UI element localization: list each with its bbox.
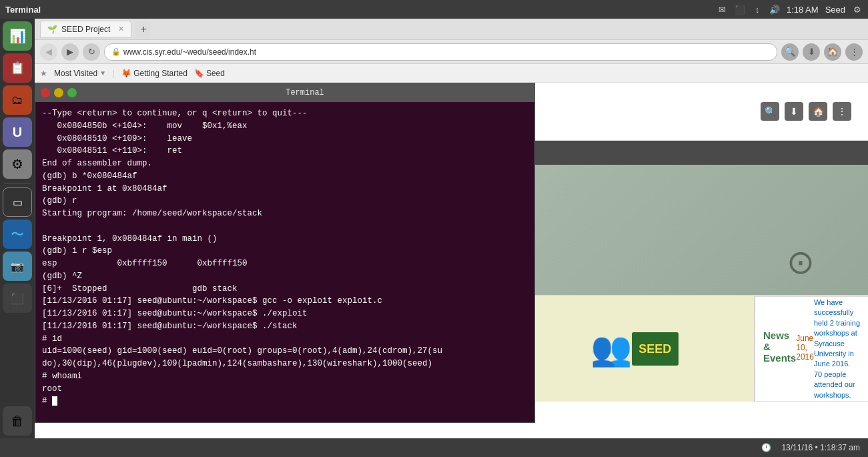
top-taskbar-title: Terminal	[5, 5, 41, 15]
refresh-button[interactable]: ↻	[83, 43, 100, 61]
item3-icon: 🗂	[11, 93, 23, 107]
launcher-terminal[interactable]: ▭	[3, 187, 32, 217]
terminal-line-20: do),30(dip),46(plugdev),109(lpadmin),124…	[42, 358, 528, 370]
settings-icon[interactable]: ⚙	[852, 4, 863, 15]
terminal-line-15: [11/13/2016 01:17] seed@ubuntu:~/workspa…	[42, 295, 528, 308]
launcher-item3[interactable]: 🗂	[3, 85, 32, 115]
launcher-files[interactable]: 📊	[3, 21, 32, 51]
browser-window: 🌱 SEED Project ✕ + ◀ ▶ ↻ 🔒 www.cis.syr.e…	[35, 19, 868, 438]
header-search-icon[interactable]: 🔍	[761, 102, 779, 121]
terminal-line-13: (gdb) ^Z	[42, 270, 528, 283]
terminal-line-3: 0x08048511 <+110>: ret	[42, 145, 528, 157]
bluetooth-icon[interactable]: ↕	[752, 4, 763, 15]
terminal-cursor	[52, 396, 57, 406]
tab-title: SEED Project	[61, 25, 110, 34]
bookmark-getting-started[interactable]: 🦊 Getting Started	[121, 69, 187, 78]
mail-icon[interactable]: ✉	[717, 4, 728, 15]
menu-button[interactable]: ⋮	[845, 43, 863, 61]
terminal-window: Terminal --Type <return> to continue, or…	[35, 83, 535, 423]
launcher-screen[interactable]: ⬛	[3, 284, 32, 313]
back-button[interactable]: ◀	[40, 43, 57, 61]
terminal-line-2: 0x08048510 <+109>: leave	[42, 133, 528, 145]
terminal-line-11: (gdb) i r $esp	[42, 245, 528, 258]
terminal-icon: ▭	[13, 196, 23, 209]
most-visited-icon: ★	[40, 69, 47, 78]
tab-favicon: 🌱	[47, 25, 57, 34]
bottom-taskbar: 🕐 13/11/16 • 1:18:37 am	[0, 438, 868, 457]
terminal-line-1: 0x0804850b <+104>: mov $0x1,%eax	[42, 120, 528, 133]
terminal-line-5: (gdb) b *0x080484af	[42, 170, 528, 183]
terminal-line-23: #	[42, 395, 528, 408]
clock-icon: 🕐	[761, 443, 771, 452]
terminal-titlebar: Terminal	[35, 83, 534, 102]
terminal-line-19: uid=1000(seed) gid=1000(seed) euid=0(roo…	[42, 345, 528, 358]
launcher: 📊 📋 🗂 U ⚙ ▭ 〜 📷 ⬛ 🗑	[0, 19, 35, 438]
page-content: SEE 🔍 ⬇ 🏠 ⋮ Home SEED Labs ⚙ ⚙	[35, 83, 868, 438]
header-right-icons: 🔍 ⬇ 🏠 ⋮	[761, 102, 858, 121]
screenshot-icon: 📷	[11, 260, 24, 273]
terminal-minimize-button[interactable]	[54, 88, 63, 97]
launcher-screenshot[interactable]: 📷	[3, 252, 32, 281]
home-button[interactable]: 🏠	[824, 43, 841, 61]
launcher-wave[interactable]: 〜	[3, 219, 32, 249]
time-display: 1:18 AM	[787, 5, 819, 15]
forward-button[interactable]: ▶	[61, 43, 79, 61]
bookmarks-bar: ★ Most Visited ▼ | 🦊 Getting Started 🔖 S…	[35, 64, 868, 83]
network-icon[interactable]: ⬛	[735, 4, 745, 15]
header-home-icon[interactable]: 🏠	[809, 102, 827, 121]
terminal-line-22: root	[42, 383, 528, 396]
card-people: 👥 SEED	[514, 296, 755, 402]
seed-label: Seed	[206, 69, 225, 78]
browser-nav: ◀ ▶ ↻ 🔒 www.cis.syr.edu/~wedu/seed/index…	[35, 40, 868, 64]
download-button[interactable]: ⬇	[803, 43, 820, 61]
terminal-maximize-button[interactable]	[67, 88, 77, 97]
terminal-line-0: --Type <return> to continue, or q <retur…	[42, 107, 528, 120]
trash-icon: 🗑	[11, 414, 24, 429]
card-news: News & Events June 10, 2016 We have succ…	[755, 296, 868, 402]
header-download-icon[interactable]: ⬇	[785, 102, 803, 121]
browser-titlebar: 🌱 SEED Project ✕ +	[35, 19, 868, 40]
top-taskbar: Terminal ✉ ⬛ ↕ 🔊 1:18 AM Seed ⚙	[0, 0, 868, 19]
terminal-body[interactable]: --Type <return> to continue, or q <retur…	[35, 102, 534, 422]
browser-tab[interactable]: 🌱 SEED Project ✕	[40, 21, 131, 38]
tab-close-icon[interactable]: ✕	[118, 25, 124, 33]
terminal-line-8: Starting program: /home/seed/workspace/s…	[42, 207, 528, 220]
item4-icon: U	[13, 125, 22, 140]
screen-icon: ⬛	[11, 292, 24, 305]
lock-icon: 🔒	[111, 47, 121, 56]
terminal-line-6: Breakpoint 1 at 0x80484af	[42, 183, 528, 195]
most-visited-label: Most Visited	[54, 69, 97, 78]
new-tab-button[interactable]: +	[135, 21, 151, 37]
launcher-item2[interactable]: 📋	[3, 53, 32, 83]
volume-icon[interactable]: 🔊	[769, 4, 780, 15]
terminal-line-9	[42, 220, 528, 233]
item2-icon: 📋	[10, 61, 25, 75]
url-text: www.cis.syr.edu/~wedu/seed/index.ht	[123, 47, 256, 57]
bookmark-most-visited[interactable]: Most Visited ▼	[54, 69, 106, 78]
seed-fav-icon: 🔖	[194, 69, 204, 78]
launcher-item4[interactable]: U	[3, 117, 32, 147]
bookmark-seed[interactable]: 🔖 Seed	[194, 69, 225, 78]
files-icon: 📊	[9, 28, 26, 44]
user-display: Seed	[825, 5, 845, 15]
wave-icon: 〜	[11, 225, 24, 244]
url-bar[interactable]: 🔒 www.cis.syr.edu/~wedu/seed/index.ht	[104, 43, 777, 61]
terminal-close-button[interactable]	[41, 88, 50, 97]
plus-icon: +	[141, 23, 147, 35]
most-visited-chevron: ▼	[99, 69, 106, 77]
terminal-line-10: Breakpoint 1, 0x080484af in main ()	[42, 233, 528, 246]
terminal-line-17: [11/13/2016 01:17] seed@ubuntu:~/workspa…	[42, 320, 528, 333]
header-more-icon[interactable]: ⋮	[833, 102, 851, 121]
terminal-line-16: [11/13/2016 01:17] seed@ubuntu:~/workspa…	[42, 308, 528, 320]
news-text: We have successfully held 2 training wor…	[814, 298, 860, 400]
terminal-line-12: esp 0xbffff150 0xbffff150	[42, 258, 528, 270]
firefox-icon: 🦊	[121, 69, 131, 78]
launcher-settings[interactable]: ⚙	[3, 149, 32, 179]
search-button[interactable]: 🔍	[781, 43, 799, 61]
terminal-line-4: End of assembler dump.	[42, 157, 528, 170]
launcher-trash[interactable]: 🗑	[3, 406, 32, 436]
terminal-line-21: # whoami	[42, 370, 528, 383]
terminal-title-label: Terminal	[81, 88, 529, 97]
separator1: |	[113, 69, 115, 78]
datetime-display: 13/11/16 • 1:18:37 am	[781, 443, 860, 452]
